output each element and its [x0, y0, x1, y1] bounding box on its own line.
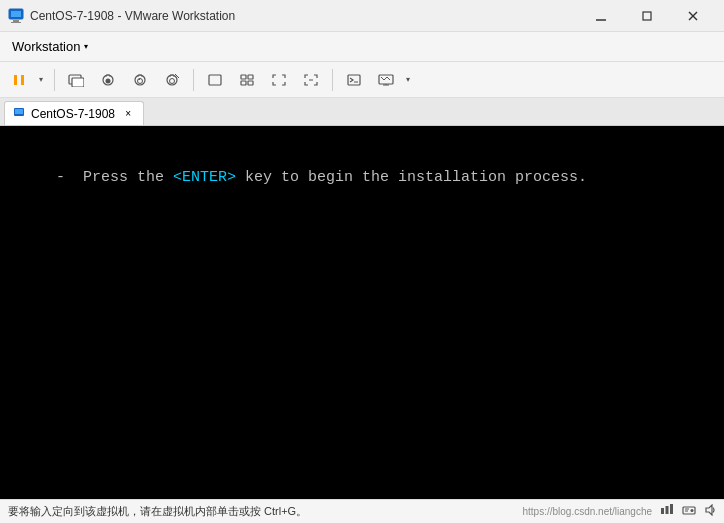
svg-rect-11 — [72, 78, 84, 87]
display-group: ▾ — [371, 66, 415, 94]
svg-rect-2 — [13, 20, 19, 22]
svg-rect-32 — [661, 508, 664, 514]
maximize-button[interactable] — [624, 0, 670, 32]
close-button[interactable] — [670, 0, 716, 32]
svg-rect-8 — [14, 75, 17, 85]
network-icon — [660, 504, 674, 519]
revert-snapshot-button[interactable] — [125, 66, 155, 94]
pause-group: ▾ — [4, 66, 48, 94]
svg-rect-20 — [241, 75, 246, 79]
display-arrow[interactable]: ▾ — [401, 66, 415, 94]
svg-point-13 — [106, 78, 111, 83]
normal-view-button[interactable] — [200, 66, 230, 94]
status-hint: 要将输入定向到该虚拟机，请在虚拟机内部单击或按 Ctrl+G。 — [8, 504, 522, 519]
minimize-button[interactable] — [578, 0, 624, 32]
pause-button[interactable] — [4, 66, 34, 94]
title-bar: CentOS-7-1908 - VMware Workstation — [0, 0, 724, 32]
enter-key-highlight: <ENTER> — [173, 169, 236, 186]
display-button[interactable] — [371, 66, 401, 94]
svg-rect-5 — [643, 12, 651, 20]
workstation-menu[interactable]: Workstation ▾ — [4, 35, 96, 58]
svg-rect-19 — [209, 75, 221, 85]
vm-tab[interactable]: CentOS-7-1908 × — [4, 101, 144, 125]
unity-view-button[interactable] — [232, 66, 262, 94]
toolbar: ▾ — [0, 62, 724, 98]
audio-icon — [704, 504, 716, 519]
status-bar: 要将输入定向到该虚拟机，请在虚拟机内部单击或按 Ctrl+G。 https://… — [0, 499, 724, 523]
terminal-line-1: - Press the <ENTER> key to begin the ins… — [56, 169, 587, 186]
zoom-button[interactable] — [296, 66, 326, 94]
svg-rect-23 — [248, 81, 253, 85]
svg-rect-22 — [241, 81, 246, 85]
separator-1 — [54, 69, 55, 91]
svg-rect-33 — [666, 506, 669, 514]
hdd-icon — [682, 504, 696, 519]
console-button[interactable] — [339, 66, 369, 94]
menu-bar: Workstation ▾ — [0, 32, 724, 62]
tab-close-button[interactable]: × — [121, 107, 135, 121]
separator-2 — [193, 69, 194, 91]
window-controls — [578, 0, 716, 32]
app-icon — [8, 8, 24, 24]
tab-bar: CentOS-7-1908 × — [0, 98, 724, 126]
chevron-down-icon: ▾ — [84, 42, 88, 51]
vm-screen[interactable]: - Press the <ENTER> key to begin the ins… — [0, 126, 724, 499]
svg-point-36 — [691, 509, 694, 512]
svg-rect-31 — [15, 109, 23, 114]
snapshot-manager-button[interactable] — [157, 66, 187, 94]
svg-rect-1 — [11, 11, 21, 17]
tab-label: CentOS-7-1908 — [31, 107, 115, 121]
status-url: https://blog.csdn.net/liangche — [522, 506, 652, 517]
svg-rect-34 — [670, 504, 673, 514]
snapshot-button[interactable] — [93, 66, 123, 94]
pause-arrow[interactable]: ▾ — [34, 66, 48, 94]
svg-rect-21 — [248, 75, 253, 79]
svg-rect-27 — [379, 75, 393, 84]
svg-rect-3 — [11, 22, 21, 23]
terminal-output: - Press the <ENTER> key to begin the ins… — [20, 146, 587, 209]
svg-point-17 — [170, 78, 175, 83]
svg-rect-9 — [21, 75, 24, 85]
status-right: https://blog.csdn.net/liangche — [522, 504, 716, 519]
send-to-background-button[interactable] — [61, 66, 91, 94]
tab-vm-icon — [13, 107, 25, 121]
window-title: CentOS-7-1908 - VMware Workstation — [30, 9, 578, 23]
separator-3 — [332, 69, 333, 91]
fullscreen-button[interactable] — [264, 66, 294, 94]
svg-marker-39 — [706, 505, 712, 515]
